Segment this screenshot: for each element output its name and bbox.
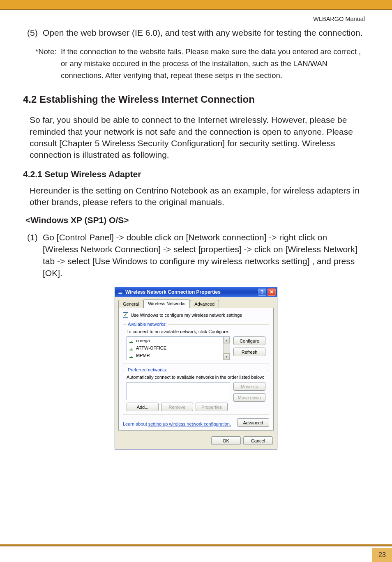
add-button[interactable]: Add...	[127, 403, 159, 411]
page-number: 23	[372, 548, 392, 562]
dialog-titlebar[interactable]: Wireless Network Connection Properties ?…	[115, 287, 277, 297]
tab-panel: ✓ Use Windows to configure my wireless n…	[118, 308, 274, 431]
step-5: (5) Open the web browser (IE 6.0), and t…	[27, 27, 365, 39]
tab-advanced[interactable]: Advanced	[190, 300, 219, 308]
cancel-button[interactable]: Cancel	[243, 436, 273, 445]
wireless-properties-dialog: Wireless Network Connection Properties ?…	[115, 287, 277, 449]
available-networks-list[interactable]: corega ATTW-OFFICE MPMR ▴ ▾	[127, 336, 230, 360]
available-networks-desc: To connect to an available network, clic…	[127, 329, 265, 334]
step-1-text: Go [Control Panel] -> double click on [N…	[43, 232, 365, 279]
preferred-networks-legend: Preferred networks:	[127, 367, 168, 372]
section-4-2-heading: 4.2 Establishing the Wireless Internet C…	[23, 94, 365, 105]
scroll-up-button[interactable]: ▴	[224, 337, 230, 343]
wireless-icon	[118, 289, 123, 295]
note-label: *Note:	[35, 46, 61, 81]
list-item-label: ATTW-OFFICE	[136, 345, 166, 350]
use-windows-checkbox[interactable]: ✓	[123, 312, 128, 318]
bottom-bar: 23	[0, 544, 392, 562]
manual-title: WLBARGO Manual	[27, 16, 365, 22]
winxp-heading: <Windows XP (SP1) O/S>	[25, 215, 365, 225]
signal-icon	[129, 338, 134, 343]
tab-general[interactable]: General	[118, 300, 143, 308]
move-down-button[interactable]: Move down	[233, 393, 265, 402]
remove-button[interactable]: Remove	[161, 403, 193, 411]
dialog-footer: OK Cancel	[115, 434, 277, 449]
preferred-networks-list[interactable]	[127, 382, 230, 400]
section-4-2-paragraph: So far, you should be able to connect to…	[30, 114, 365, 161]
list-item[interactable]: ATTW-OFFICE	[127, 344, 230, 352]
scrollbar[interactable]: ▴ ▾	[223, 337, 230, 360]
learn-about-link[interactable]: Learn about setting up wireless network …	[123, 421, 231, 427]
signal-icon	[129, 353, 134, 358]
close-button[interactable]: ✕	[267, 288, 276, 296]
signal-icon	[129, 345, 134, 350]
section-4-2-1-paragraph: Hereunder is the setting on Centrino Not…	[30, 185, 365, 208]
help-button[interactable]: ?	[258, 288, 266, 296]
tab-wireless-networks[interactable]: Wireless Networks	[143, 299, 190, 308]
ok-button[interactable]: OK	[211, 436, 241, 445]
scroll-down-button[interactable]: ▾	[224, 353, 230, 360]
move-up-button[interactable]: Move up	[233, 382, 265, 391]
preferred-networks-desc: Automatically connect to available netwo…	[127, 375, 265, 380]
advanced-button[interactable]: Advanced	[237, 418, 269, 427]
step-5-number: (5)	[27, 27, 43, 39]
list-item[interactable]: MPMR	[127, 352, 230, 359]
refresh-button[interactable]: Refresh	[233, 348, 265, 356]
available-networks-group: Available networks: To connect to an ava…	[123, 322, 269, 364]
use-windows-checkbox-label: Use Windows to configure my wireless net…	[131, 313, 242, 318]
properties-button[interactable]: Properties	[196, 403, 228, 411]
learn-link-text: setting up wireless network configuratio…	[148, 422, 231, 426]
step-1-number: (1)	[27, 232, 43, 279]
list-item[interactable]: corega	[127, 337, 230, 344]
note-block: *Note: If the connection to the website …	[35, 46, 365, 81]
learn-prefix: Learn about	[123, 422, 148, 426]
tabs-row: General Wireless Networks Advanced	[115, 297, 277, 308]
step-1: (1) Go [Control Panel] -> double click o…	[27, 232, 365, 279]
step-5-text: Open the web browser (IE 6.0), and test …	[43, 27, 365, 39]
list-item-label: MPMR	[136, 353, 150, 358]
list-item-label: corega	[136, 338, 150, 343]
configure-button[interactable]: Configure	[233, 336, 265, 345]
note-text: If the connection to the website fails. …	[61, 46, 365, 81]
svg-rect-0	[118, 293, 122, 294]
section-4-2-1-heading: 4.2.1 Setup Wireless Adapter	[23, 169, 365, 179]
dialog-title: Wireless Network Connection Properties	[125, 289, 221, 295]
preferred-networks-group: Preferred networks: Automatically connec…	[123, 367, 269, 415]
top-accent-bar	[0, 0, 392, 10]
available-networks-legend: Available networks:	[127, 322, 168, 327]
